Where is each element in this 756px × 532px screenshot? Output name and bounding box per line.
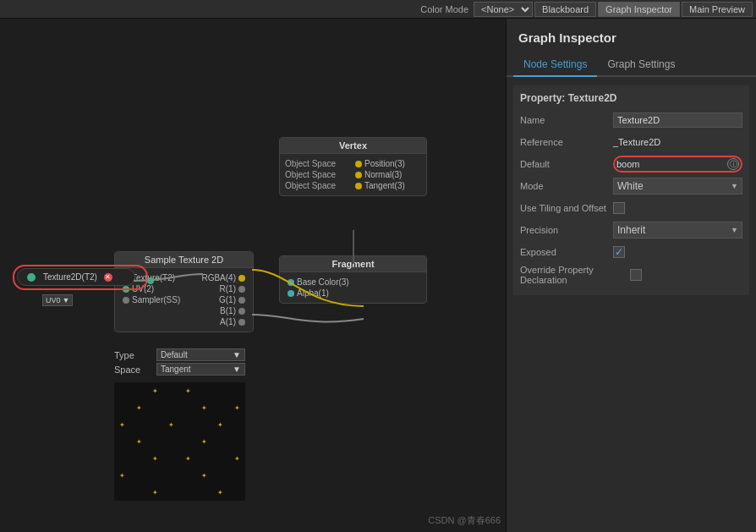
prop-label-name: Name <box>520 115 613 125</box>
prop-label-exposed: Exposed <box>520 247 613 257</box>
preview-cell: ✦ <box>196 467 212 484</box>
sample-output-r: R(1) <box>185 284 249 293</box>
mode-dropdown-arrow: ▼ <box>731 182 738 190</box>
prop-checkbox-tiling[interactable] <box>613 202 625 214</box>
preview-cell <box>163 484 179 501</box>
preview-cell <box>114 450 130 467</box>
preview-cell: ✦ <box>114 416 130 433</box>
port-a-out <box>238 319 245 326</box>
preview-cell: ✦ <box>229 450 245 467</box>
sample-input-sampler: Sampler(SS) <box>120 295 184 304</box>
prop-label-override: Override Property Declaration <box>520 265 630 285</box>
prop-dropdown-precision[interactable]: Inherit ▼ <box>613 222 742 239</box>
texture-input-dot <box>27 273 36 282</box>
prop-label-reference: Reference <box>520 137 613 147</box>
preview-cell <box>229 484 245 501</box>
port-b-out <box>238 308 245 315</box>
sample-output-b: B(1) <box>185 306 249 315</box>
preview-cell <box>229 433 245 450</box>
default-highlight: ⓘ <box>613 156 742 173</box>
preview-cell: ✦ <box>130 399 146 416</box>
texture-preview: ✦✦✦✦✦✦✦✦✦✦✦✦✦✦✦✦✦ <box>114 382 245 501</box>
space-selector[interactable]: Tangent ▼ <box>156 363 245 376</box>
prop-row-override: Override Property Declaration <box>520 265 742 285</box>
preview-cell <box>130 467 146 484</box>
preview-cell: ✦ <box>180 450 196 467</box>
preview-cell <box>196 484 212 501</box>
sample-texture-title: Sample Texture 2D <box>115 252 253 268</box>
prop-label-default: Default <box>520 159 613 169</box>
canvas-area: Vertex Object Space Position(3) Object S… <box>0 19 506 532</box>
preview-cell <box>229 467 245 484</box>
graph-inspector-button[interactable]: Graph Inspector <box>598 2 680 17</box>
preview-cell <box>130 416 146 433</box>
inspector-panel: Graph Inspector Node Settings Graph Sett… <box>506 19 756 532</box>
prop-row-name: Name <box>520 111 742 129</box>
port-dot-alpha <box>288 290 294 297</box>
sample-input-uv: UV(2) <box>120 284 184 293</box>
property-card-title: Property: Texture2D <box>520 92 742 104</box>
fragment-port-alpha: Alpha(1) <box>285 288 421 298</box>
prop-row-tiling: Use Tiling and Offset <box>520 199 742 217</box>
sample-selectors: Type Default ▼ Space Tangent ▼ <box>114 348 245 377</box>
tab-node-settings[interactable]: Node Settings <box>513 53 597 77</box>
preview-cell <box>196 382 212 399</box>
color-mode-label: Color Mode <box>420 4 468 14</box>
preview-cell <box>163 382 179 399</box>
uv-selector-area: UV0 ▼ <box>42 294 73 306</box>
tab-graph-settings[interactable]: Graph Settings <box>597 53 685 77</box>
prop-row-mode: Mode White ▼ <box>520 177 742 195</box>
prop-checkbox-exposed[interactable]: ✓ <box>613 246 625 258</box>
port-dot-tangent <box>355 183 362 189</box>
preview-cell <box>212 450 228 467</box>
vertex-port-tangent: Object Space Tangent(3) <box>285 181 421 190</box>
vertex-fragment-connector <box>353 230 354 264</box>
color-mode-select[interactable]: <None> <box>474 2 533 17</box>
top-toolbar: Color Mode <None> Blackboard Graph Inspe… <box>0 0 756 19</box>
preview-cell <box>196 450 212 467</box>
preview-cell: ✦ <box>147 484 163 501</box>
preview-cell <box>180 416 196 433</box>
preview-cell: ✦ <box>130 433 146 450</box>
vertex-port-position: Object Space Position(3) <box>285 159 421 168</box>
prop-input-default[interactable] <box>616 159 727 169</box>
preview-cell <box>163 399 179 416</box>
main-preview-button[interactable]: Main Preview <box>682 2 753 17</box>
preview-cell <box>147 433 163 450</box>
texture-remove-icon[interactable]: ✕ <box>104 273 112 282</box>
preview-cell: ✦ <box>196 399 212 416</box>
preview-cell <box>229 416 245 433</box>
preview-cell <box>180 399 196 416</box>
prop-input-name[interactable] <box>613 112 742 128</box>
preview-cell: ✦ <box>180 382 196 399</box>
inspector-tabs: Node Settings Graph Settings <box>507 53 756 77</box>
fragment-port-basecolor: Base Color(3) <box>285 277 421 287</box>
blackboard-button[interactable]: Blackboard <box>534 2 596 17</box>
preview-cell <box>130 484 146 501</box>
port-dot-basecolor <box>288 279 294 286</box>
port-dot-position <box>355 161 362 167</box>
uv-dropdown[interactable]: UV0 ▼ <box>42 294 73 306</box>
port-r-out <box>238 286 245 293</box>
texture2d-input-node[interactable]: Texture2D(T2) ✕ <box>17 268 135 286</box>
preview-cell <box>147 416 163 433</box>
preview-cell: ✦ <box>114 467 130 484</box>
space-dropdown-arrow: ▼ <box>233 365 241 374</box>
prop-label-precision: Precision <box>520 225 613 235</box>
preview-cell: ✦ <box>196 433 212 450</box>
sample-output-a: A(1) <box>185 317 249 326</box>
prop-label-tiling: Use Tiling and Offset <box>520 203 613 213</box>
type-selector[interactable]: Default ▼ <box>156 348 245 361</box>
inspector-title: Graph Inspector <box>507 19 756 53</box>
default-info-icon[interactable]: ⓘ <box>727 158 739 170</box>
port-dot-normal <box>355 172 362 178</box>
prop-checkbox-override[interactable] <box>630 269 642 281</box>
sample-texture-node: Sample Texture 2D Texture(T2) UV(2) Samp <box>114 251 254 332</box>
preview-cell <box>163 433 179 450</box>
preview-cell <box>130 450 146 467</box>
uv-arrow: ▼ <box>63 296 70 304</box>
prop-dropdown-mode[interactable]: White ▼ <box>613 178 742 195</box>
sample-output-g: G(1) <box>185 295 249 304</box>
preview-cell <box>212 433 228 450</box>
vertex-node: Vertex Object Space Position(3) Object S… <box>279 137 427 196</box>
